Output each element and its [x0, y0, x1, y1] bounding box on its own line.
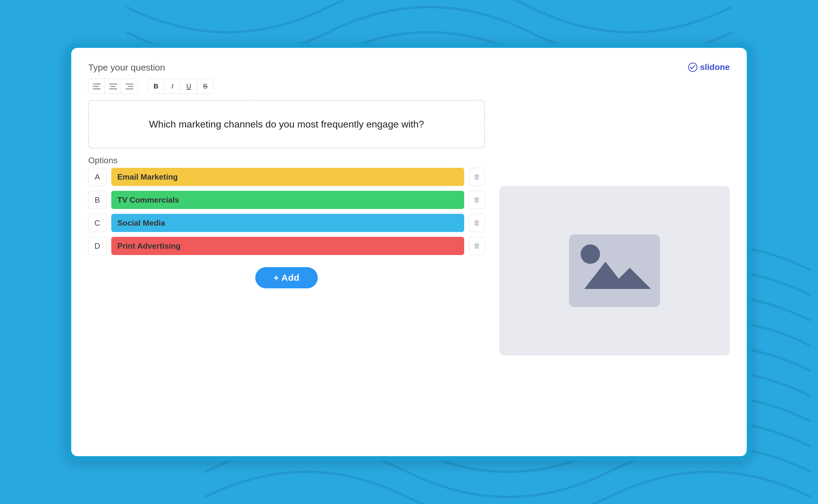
strikethrough-icon: S [203, 82, 208, 90]
option-pill-d[interactable]: Print Advertising [111, 237, 464, 255]
option-letter-a: A [88, 168, 106, 186]
format-group: B I U S [148, 79, 214, 94]
option-pill-c[interactable]: Social Media [111, 214, 464, 232]
align-right-button[interactable] [121, 79, 138, 94]
inner-card: Type your question slidone [71, 48, 747, 456]
add-option-button[interactable]: + Add [255, 267, 318, 288]
option-delete-a[interactable]: 🗑 [469, 168, 485, 186]
italic-icon: I [171, 82, 173, 90]
bold-button[interactable]: B [148, 79, 164, 94]
logo: slidone [688, 62, 730, 72]
option-delete-d[interactable]: 🗑 [469, 237, 485, 255]
italic-button[interactable]: I [164, 79, 181, 94]
option-delete-b[interactable]: 🗑 [469, 191, 485, 209]
image-placeholder[interactable] [499, 186, 730, 356]
option-letter-c: C [88, 214, 106, 232]
options-list: A Email Marketing 🗑 B [88, 168, 485, 255]
option-row-c: C Social Media 🗑 [88, 214, 485, 232]
option-text-a: Email Marketing [117, 172, 178, 182]
svg-point-4 [580, 244, 600, 264]
bold-icon: B [154, 82, 158, 90]
align-left-icon [93, 84, 101, 89]
align-right-icon [125, 84, 133, 89]
logo-icon [688, 62, 698, 72]
option-text-d: Print Advertising [117, 241, 181, 251]
option-row-b: B TV Commercials 🗑 [88, 191, 485, 209]
question-text: Which marketing channels do you most fre… [149, 118, 424, 131]
option-row-a: A Email Marketing 🗑 [88, 168, 485, 186]
strikethrough-button[interactable]: S [197, 79, 214, 94]
svg-rect-1 [569, 234, 660, 307]
trash-icon-d: 🗑 [474, 242, 480, 250]
options-label: Options [88, 156, 485, 165]
toolbar: B I U S [88, 79, 730, 94]
question-input-box[interactable]: Which marketing channels do you most fre… [88, 100, 485, 148]
underline-button[interactable]: U [181, 79, 197, 94]
option-letter-b: B [88, 191, 106, 209]
content-area: Which marketing channels do you most fre… [88, 100, 730, 442]
right-panel [499, 100, 730, 442]
outer-card: Type your question slidone [66, 43, 752, 461]
alignment-group [88, 79, 138, 94]
options-section: Options A Email Marketing 🗑 [88, 156, 485, 255]
option-text-b: TV Commercials [117, 195, 179, 205]
image-placeholder-icon [566, 231, 663, 310]
question-label: Type your question [88, 62, 165, 73]
option-pill-b[interactable]: TV Commercials [111, 191, 464, 209]
option-pill-a[interactable]: Email Marketing [111, 168, 464, 186]
align-center-button[interactable] [105, 79, 121, 94]
card-header: Type your question slidone [88, 62, 730, 73]
trash-icon-c: 🗑 [474, 219, 480, 227]
align-center-icon [109, 84, 117, 89]
option-delete-c[interactable]: 🗑 [469, 214, 485, 232]
option-letter-d: D [88, 237, 106, 255]
left-panel: Which marketing channels do you most fre… [88, 100, 485, 442]
underline-icon: U [186, 82, 191, 90]
trash-icon-a: 🗑 [474, 173, 480, 181]
align-left-button[interactable] [88, 79, 105, 94]
add-button-wrap: + Add [88, 267, 485, 288]
option-row-d: D Print Advertising 🗑 [88, 237, 485, 255]
trash-icon-b: 🗑 [474, 196, 480, 204]
option-text-c: Social Media [117, 218, 165, 228]
logo-text: slidone [700, 62, 730, 72]
